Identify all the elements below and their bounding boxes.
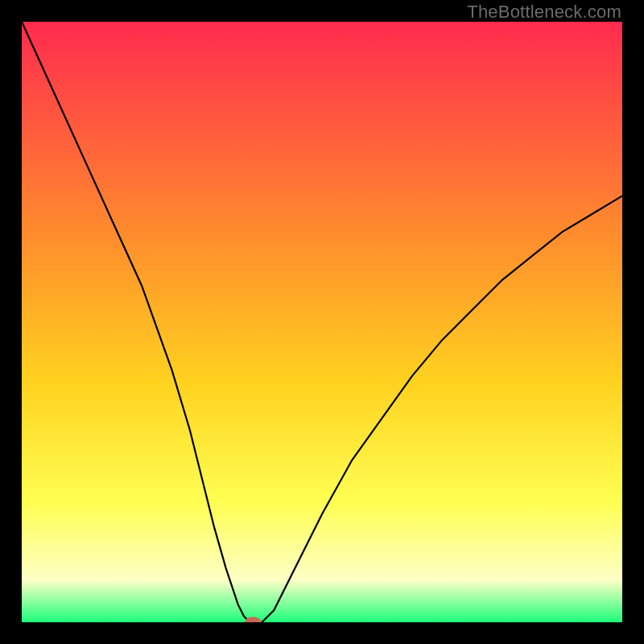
outer-frame: TheBottleneck.com xyxy=(0,0,644,644)
plot-area xyxy=(22,22,622,622)
watermark-text: TheBottleneck.com xyxy=(467,2,621,23)
gradient-background xyxy=(22,22,622,622)
chart-svg xyxy=(22,22,622,622)
